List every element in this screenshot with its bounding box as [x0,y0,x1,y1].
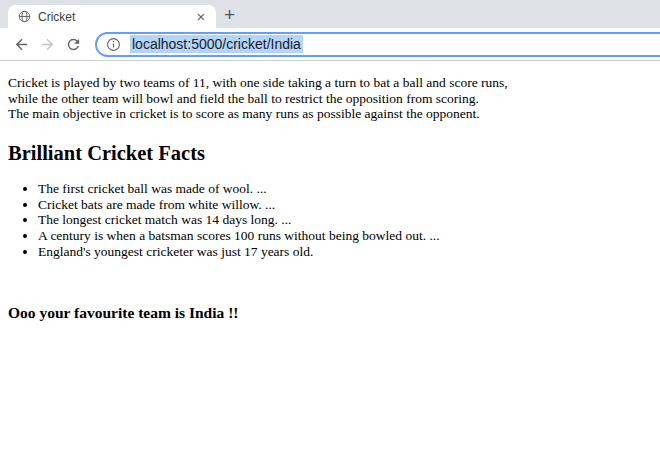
browser-window: Cricket × + [0,0,660,322]
tab-bar: Cricket × + [0,0,660,28]
fact-item: A century is when a batsman scores 100 r… [38,228,660,244]
fact-item: Cricket bats are made from white willow.… [38,197,660,213]
globe-icon [18,10,31,23]
fact-item: England's youngest cricketer was just 17… [38,244,660,260]
browser-tab-cricket[interactable]: Cricket × [8,5,216,28]
info-icon[interactable] [106,37,121,52]
intro-line-2: while the other team will bowl and field… [8,91,660,107]
fact-item: The longest cricket match was 14 days lo… [38,212,660,228]
fact-item: The first cricket ball was made of wool.… [38,181,660,197]
forward-button[interactable] [34,31,60,57]
page-content: Cricket is played by two teams of 11, wi… [0,75,660,322]
new-tab-button[interactable]: + [221,7,238,24]
browser-toolbar: localhost:5000/cricket/India [0,28,660,61]
tab-title: Cricket [38,10,193,24]
address-bar[interactable]: localhost:5000/cricket/India [95,32,660,57]
url-input[interactable]: localhost:5000/cricket/India [130,35,303,53]
back-arrow-icon [13,36,30,53]
facts-list: The first cricket ball was made of wool.… [8,181,660,259]
forward-arrow-icon [39,36,56,53]
intro-paragraph: Cricket is played by two teams of 11, wi… [8,75,660,122]
reload-icon [65,36,82,53]
back-button[interactable] [8,31,34,57]
intro-line-3: The main objective in cricket is to scor… [8,106,660,122]
favourite-team-message: Ooo your favourite team is India !! [8,304,660,322]
tab-close-icon[interactable]: × [193,9,209,25]
intro-line-1: Cricket is played by two teams of 11, wi… [8,75,660,91]
reload-button[interactable] [60,31,86,57]
facts-heading: Brilliant Cricket Facts [8,142,660,166]
